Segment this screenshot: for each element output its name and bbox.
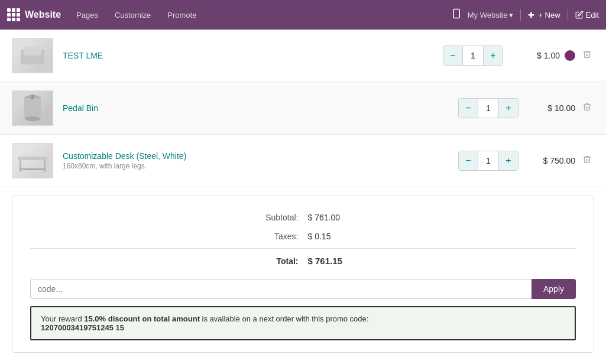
logo-label: Website [25, 9, 61, 20]
pencil-icon [575, 11, 584, 19]
reward-code: 12070003419751245 15 [41, 323, 124, 332]
mysite-dropdown[interactable]: My Website ▾ [468, 11, 514, 20]
subtotal-row: Subtotal: $ 761.00 [30, 208, 576, 227]
svg-rect-5 [24, 98, 41, 119]
reward-suffix: is available on a next order with this p… [200, 314, 368, 323]
new-button[interactable]: ✚ + New [528, 11, 560, 20]
qty-decrease-pedal-bin[interactable]: − [459, 99, 478, 118]
product-info-test-lme: TEST LME [63, 51, 433, 60]
reward-prefix: Your reward [41, 314, 84, 323]
product-sub-desk: 160x80cm, with large legs. [63, 162, 449, 170]
nav-pages[interactable]: Pages [69, 11, 105, 20]
product-info-pedal-bin: Pedal Bin [63, 103, 449, 113]
qty-control-test-lme: − + [443, 46, 503, 66]
svg-rect-0 [453, 9, 459, 18]
promo-code-input[interactable] [30, 279, 532, 299]
plus-icon: ✚ [528, 11, 534, 20]
product-image-desk [12, 143, 53, 178]
product-info-desk: Customizable Desk (Steel, White) 160x80c… [63, 151, 449, 170]
total-label: Total: [245, 256, 299, 266]
product-name-test-lme[interactable]: TEST LME [63, 51, 103, 60]
subtotal-value: $ 761.00 [308, 213, 361, 222]
svg-rect-8 [18, 157, 47, 160]
topnav-right: My Website ▾ ✚ + New Edit [449, 6, 599, 24]
logo[interactable]: Website [7, 8, 61, 21]
nav-divider [520, 9, 521, 21]
product-name-pedal-bin[interactable]: Pedal Bin [63, 103, 98, 113]
mobile-preview-icon[interactable] [449, 6, 464, 24]
order-summary: Subtotal: $ 761.00 Taxes: $ 0.15 Total: … [12, 196, 594, 353]
subtotal-label: Subtotal: [245, 213, 299, 222]
qty-control-desk: − + [458, 151, 518, 171]
product-price-test-lme: $ 1.00 [513, 51, 560, 60]
delete-desk[interactable] [580, 152, 594, 169]
svg-rect-7 [31, 95, 34, 99]
cart-item-pedal-bin: Pedal Bin − + $ 10.00 [0, 82, 606, 135]
product-image-pedal-bin [12, 90, 53, 126]
qty-increase-desk[interactable]: + [499, 151, 518, 170]
qty-input-desk[interactable] [478, 151, 499, 170]
svg-rect-11 [20, 168, 46, 170]
cart-item-test-lme: TEST LME − + $ 1.00 [0, 30, 606, 82]
promo-code-row: Apply [30, 279, 576, 299]
nav-customize[interactable]: Customize [108, 11, 158, 20]
reward-message: Your reward 15.0% discount on total amou… [30, 306, 576, 340]
svg-rect-3 [24, 47, 41, 56]
grid-icon [7, 8, 20, 21]
qty-increase-pedal-bin[interactable]: + [499, 99, 518, 118]
main-content: TEST LME − + $ 1.00 [0, 30, 606, 364]
qty-decrease-test-lme[interactable]: − [443, 46, 462, 65]
color-indicator [565, 50, 575, 61]
reward-highlight: 15.0% discount on total amount [84, 314, 200, 323]
svg-point-6 [25, 116, 40, 121]
product-name-desk[interactable]: Customizable Desk (Steel, White) [63, 151, 186, 161]
taxes-label: Taxes: [245, 232, 299, 241]
apply-button[interactable]: Apply [532, 279, 576, 299]
product-image-test-lme [12, 38, 53, 73]
cart-item-desk: Customizable Desk (Steel, White) 160x80c… [0, 135, 606, 187]
qty-input-test-lme[interactable] [462, 46, 484, 65]
qty-increase-test-lme[interactable]: + [484, 46, 503, 65]
nav-promote[interactable]: Promote [160, 11, 203, 20]
taxes-value: $ 0.15 [308, 232, 361, 241]
total-value: $ 761.15 [308, 256, 361, 266]
edit-button[interactable]: Edit [575, 11, 599, 20]
product-price-desk: $ 750.00 [528, 156, 575, 165]
chevron-down-icon: ▾ [509, 11, 513, 20]
product-price-pedal-bin: $ 10.00 [528, 103, 575, 113]
delete-test-lme[interactable] [580, 47, 594, 64]
qty-input-pedal-bin[interactable] [478, 99, 499, 118]
taxes-row: Taxes: $ 0.15 [30, 227, 576, 246]
delete-pedal-bin[interactable] [580, 100, 594, 116]
qty-decrease-desk[interactable]: − [459, 151, 478, 170]
summary-divider [30, 248, 576, 249]
topnav: Website Pages Customize Promote My Websi… [0, 0, 606, 30]
nav-divider2 [568, 9, 568, 21]
total-row: Total: $ 761.15 [30, 251, 576, 271]
qty-control-pedal-bin: − + [458, 98, 518, 118]
